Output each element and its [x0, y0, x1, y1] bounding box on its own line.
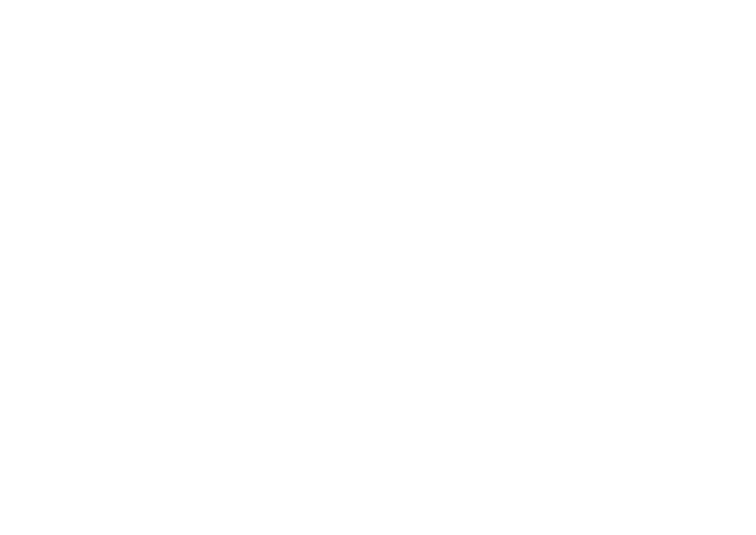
schematic-page — [0, 0, 756, 535]
